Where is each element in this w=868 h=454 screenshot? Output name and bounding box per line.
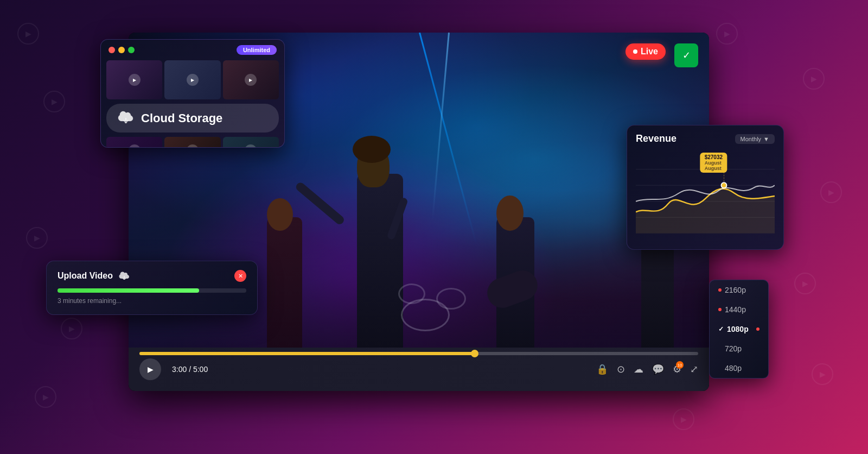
minimize-traffic-light[interactable]: [118, 47, 125, 53]
vr-icon[interactable]: ⊙: [617, 363, 625, 375]
progress-bar[interactable]: [139, 352, 698, 355]
thumbnail-2[interactable]: ▶: [164, 60, 220, 99]
live-badge: Live: [626, 43, 666, 60]
drums: [395, 266, 471, 331]
live-text: Live: [641, 47, 658, 56]
thumbnail-6[interactable]: ▶: [223, 137, 279, 148]
play-icon: ▶: [148, 365, 154, 374]
cloud-storage-icon: [117, 109, 135, 127]
close-traffic-light[interactable]: [108, 47, 115, 53]
quality-option-2160p[interactable]: 2160p: [710, 280, 768, 300]
quality-dot-1080p: [756, 327, 760, 331]
chat-icon[interactable]: 💬: [652, 363, 664, 375]
cloud-storage-text: Cloud Storage: [141, 111, 222, 125]
upload-header: Upload Video ✕: [58, 270, 246, 282]
quality-check-1080p: ✓: [718, 325, 724, 333]
revenue-header: Revenue Monthly ▼: [636, 133, 775, 144]
quality-label-2160p: 2160p: [725, 286, 746, 294]
fullscreen-icon[interactable]: ⤢: [690, 363, 698, 375]
play-button[interactable]: ▶: [139, 358, 161, 380]
quality-label-720p: 720p: [718, 344, 742, 353]
top-thumbnails: ▶ ▶ ▶: [101, 60, 284, 99]
thumbnail-1[interactable]: ▶: [106, 60, 162, 99]
quality-dot-2160p: [718, 288, 722, 292]
chevron-down-icon: ▼: [763, 136, 769, 142]
quality-option-720p[interactable]: 720p: [710, 339, 768, 358]
video-controls-bar: ▶ 3:00 / 5:00 🔒 ⊙ ☁ 💬 ⚙ 10 ⤢: [129, 348, 709, 391]
upload-title-text: Upload Video: [58, 271, 113, 281]
settings-badge: 10: [676, 361, 684, 369]
widget-titlebar: Unlimited: [101, 40, 284, 60]
live-dot: [633, 49, 637, 54]
quality-label-480p: 480p: [718, 364, 742, 373]
unlimited-badge: Unlimited: [237, 45, 277, 55]
guitarist-silhouette: [477, 185, 542, 348]
close-button[interactable]: ✕: [234, 270, 246, 282]
cloud-download-icon[interactable]: ☁: [634, 363, 643, 375]
quality-label-1080p: 1080p: [727, 325, 749, 333]
chart-tooltip: $27032 August: [700, 153, 727, 173]
quality-option-1080p[interactable]: ✓ 1080p: [710, 319, 768, 339]
monthly-label: Monthly: [741, 136, 762, 142]
thumb-play-5: ▶: [187, 144, 199, 148]
cloud-storage-widget: Unlimited ▶ ▶ ▶ Cloud Storage ▶ ▶: [100, 39, 285, 148]
quality-dot-1440p: [718, 308, 722, 311]
progress-fill: [139, 352, 475, 355]
traffic-lights: [108, 47, 135, 53]
dancer-silhouette: [256, 185, 310, 348]
thumbnail-4[interactable]: ▶: [106, 137, 162, 148]
progress-thumb[interactable]: [471, 350, 478, 357]
quality-label-1440p: 1440p: [725, 305, 746, 314]
tooltip-month: August: [705, 160, 723, 166]
revenue-chart: $27032 August: [636, 150, 775, 237]
shield-badge: ✓: [674, 43, 698, 67]
close-icon: ✕: [238, 273, 243, 280]
lock-icon[interactable]: 🔒: [596, 363, 608, 375]
maximize-traffic-light[interactable]: [128, 47, 135, 53]
cloud-storage-label: Cloud Storage: [106, 104, 279, 133]
revenue-widget: Revenue Monthly ▼ $27032 August: [627, 125, 784, 250]
tooltip-value: $27032: [705, 154, 723, 160]
quality-option-480p[interactable]: 480p: [710, 358, 768, 378]
upload-progress-bar: [58, 288, 246, 293]
thumb-play-4: ▶: [129, 144, 141, 148]
quality-option-1440p[interactable]: 1440p: [710, 300, 768, 319]
upload-video-widget: Upload Video ✕ 3 minutes remaining...: [46, 261, 258, 315]
upload-title: Upload Video: [58, 270, 130, 282]
bottom-thumbnails: ▶ ▶ ▶: [101, 137, 284, 148]
thumbnail-5[interactable]: ▶: [164, 137, 220, 148]
monthly-button[interactable]: Monthly ▼: [735, 134, 775, 144]
revenue-title: Revenue: [636, 133, 676, 144]
settings-icon[interactable]: ⚙ 10: [673, 363, 681, 375]
thumb-play-3: ▶: [245, 74, 257, 86]
upload-progress-fill: [58, 288, 199, 293]
upload-cloud-icon: [118, 270, 130, 282]
upload-status: 3 minutes remaining...: [58, 297, 246, 305]
thumb-play-6: ▶: [245, 144, 257, 148]
thumb-play-1: ▶: [129, 74, 141, 86]
thumbnail-3[interactable]: ▶: [223, 60, 279, 99]
quality-selector: 2160p 1440p ✓ 1080p 720p 480p: [709, 280, 769, 379]
shield-icon: ✓: [682, 49, 691, 61]
time-display: 3:00 / 5:00: [172, 365, 208, 374]
thumb-play-2: ▶: [187, 74, 199, 86]
